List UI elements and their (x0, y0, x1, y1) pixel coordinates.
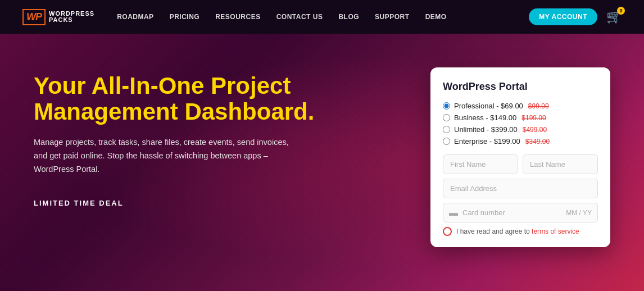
nav-pricing[interactable]: PRICING (170, 13, 200, 21)
plan-professional-radio[interactable] (443, 102, 450, 110)
email-row (443, 179, 598, 198)
logo[interactable]: WP WORDPRESS PACKS (22, 9, 94, 25)
plan-enterprise[interactable]: Enterprise - $199.00 $349.00 (443, 137, 598, 146)
plan-enterprise-label: Enterprise - $199.00 (454, 137, 520, 146)
card-icon: ▬ (449, 208, 458, 218)
limited-deal-label: LIMITED TIME DEAL (34, 199, 430, 207)
hero-title: Your All-In-One Project Management Dashb… (34, 73, 326, 125)
plan-business-radio[interactable] (443, 114, 450, 121)
signup-form-card: WordPress Portal Professional - $69.00 $… (430, 67, 610, 247)
my-account-button[interactable]: MY ACCOUNT (529, 8, 597, 25)
plan-unlimited-radio[interactable] (443, 126, 450, 133)
plan-unlimited[interactable]: Unlimited - $399.00 $499.00 (443, 125, 598, 134)
logo-text: WORDPRESS PACKS (49, 11, 94, 23)
nav-contact[interactable]: CONTACT US (276, 13, 323, 21)
plan-enterprise-radio[interactable] (443, 138, 450, 145)
cart-badge: 0 (617, 7, 625, 15)
plan-business-label: Business - $149.00 (454, 113, 516, 122)
plan-professional-label: Professional - $69.00 (454, 102, 523, 110)
plan-professional[interactable]: Professional - $69.00 $99.00 (443, 102, 598, 110)
plan-professional-original: $99.00 (528, 102, 549, 110)
nav-resources[interactable]: RESOURCES (215, 13, 261, 21)
plan-radio-group: Professional - $69.00 $99.00 Business - … (443, 102, 598, 146)
card-expiry-label: MM / YY (566, 209, 592, 217)
nav-demo[interactable]: DEMO (425, 13, 447, 21)
first-name-input[interactable] (443, 154, 518, 174)
plan-unlimited-original: $499.00 (523, 126, 547, 134)
logo-box: WP (22, 9, 46, 25)
terms-row: I have read and agree to terms of servic… (443, 227, 598, 236)
hero-section: Your All-In-One Project Management Dashb… (0, 34, 644, 291)
main-nav: ROADMAP PRICING RESOURCES CONTACT US BLO… (117, 13, 529, 21)
logo-wp-text: WP (26, 11, 42, 22)
name-row (443, 154, 598, 174)
terms-text: I have read and agree to terms of servic… (456, 228, 579, 235)
nav-blog[interactable]: BLOG (338, 13, 359, 21)
plan-business-original: $199.00 (521, 114, 546, 122)
header: WP WORDPRESS PACKS ROADMAP PRICING RESOU… (0, 0, 644, 34)
card-number-input[interactable] (462, 203, 561, 222)
email-input[interactable] (443, 179, 598, 198)
header-actions: MY ACCOUNT 🛒 0 (529, 8, 622, 25)
terms-link[interactable]: terms of service (532, 228, 579, 235)
plan-business[interactable]: Business - $149.00 $199.00 (443, 113, 598, 122)
last-name-input[interactable] (523, 154, 598, 174)
form-title: WordPress Portal (443, 81, 598, 93)
hero-subtitle: Manage projects, track tasks, share file… (34, 136, 303, 176)
cart-button[interactable]: 🛒 0 (606, 10, 622, 24)
hero-content: Your All-In-One Project Management Dashb… (34, 62, 430, 207)
plan-enterprise-original: $349.00 (525, 138, 550, 146)
plan-unlimited-label: Unlimited - $399.00 (454, 125, 518, 134)
nav-support[interactable]: SUPPORT (375, 13, 410, 21)
card-row: ▬ MM / YY (443, 203, 598, 222)
terms-radio[interactable] (443, 227, 452, 236)
nav-roadmap[interactable]: ROADMAP (117, 13, 154, 21)
